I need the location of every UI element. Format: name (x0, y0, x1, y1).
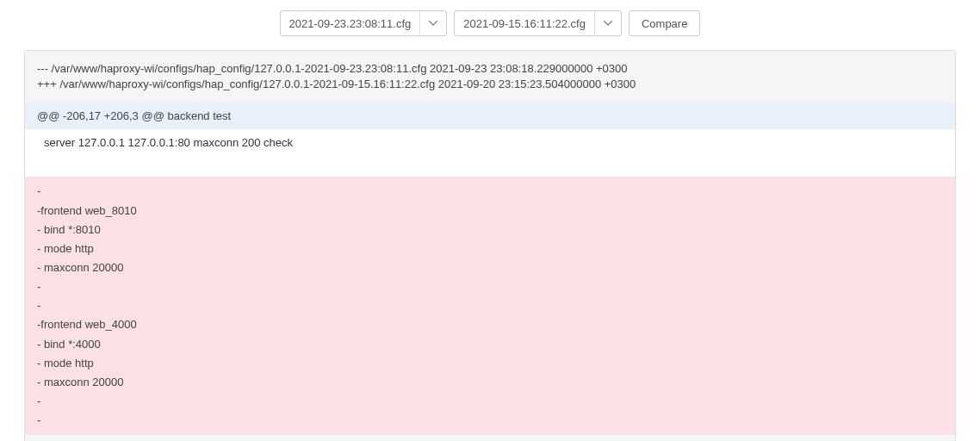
diff-removed-block: - -frontend web_8010 - bind *:8010 - mod… (25, 177, 955, 435)
chevron-down-icon (594, 11, 612, 35)
diff-removed-line: - (37, 296, 943, 315)
compare-button[interactable]: Compare (629, 10, 700, 36)
diff-removed-line: - (37, 411, 943, 430)
diff-removed-line: - (37, 182, 943, 201)
diff-removed-line: - (37, 392, 943, 411)
diff-context-line: server 127.0.0.1 127.0.0.1:80 maxconn 20… (25, 129, 955, 156)
diff-removed-line: - maxconn 20000 (37, 258, 943, 277)
select-config-a-value: 2021-09-23.23:08:11.cfg (289, 17, 412, 30)
diff-old-file: --- /var/www/haproxy-wi/configs/hap_conf… (37, 61, 943, 77)
diff-removed-line: -frontend web_4000 (37, 315, 943, 334)
diff-removed-line: - (37, 277, 943, 296)
diff-summary: Total change: 14, additions: 0 & deletio… (25, 435, 955, 441)
diff-removed-line: - mode http (37, 354, 943, 373)
diff-removed-line: - maxconn 20000 (37, 373, 943, 392)
diff-hunk-header: @@ -206,17 +206,3 @@ backend test (25, 102, 955, 129)
diff-new-file: +++ /var/www/haproxy-wi/configs/hap_conf… (37, 77, 943, 92)
select-config-a[interactable]: 2021-09-23.23:08:11.cfg (280, 10, 448, 36)
select-config-b-value: 2021-09-15.16:11:22.cfg (463, 17, 586, 30)
select-config-b[interactable]: 2021-09-15.16:11:22.cfg (454, 10, 622, 36)
diff-file-header: --- /var/www/haproxy-wi/configs/hap_conf… (25, 51, 955, 102)
diff-removed-line: -frontend web_8010 (37, 202, 943, 220)
diff-removed-line: - bind *:4000 (37, 335, 943, 354)
diff-removed-line: - bind *:8010 (37, 220, 943, 239)
compare-controls: 2021-09-23.23:08:11.cfg 2021-09-15.16:11… (24, 10, 956, 36)
diff-panel: --- /var/www/haproxy-wi/configs/hap_conf… (24, 50, 956, 441)
chevron-down-icon (419, 11, 437, 35)
diff-spacer (25, 156, 955, 177)
diff-removed-line: - mode http (37, 239, 943, 258)
